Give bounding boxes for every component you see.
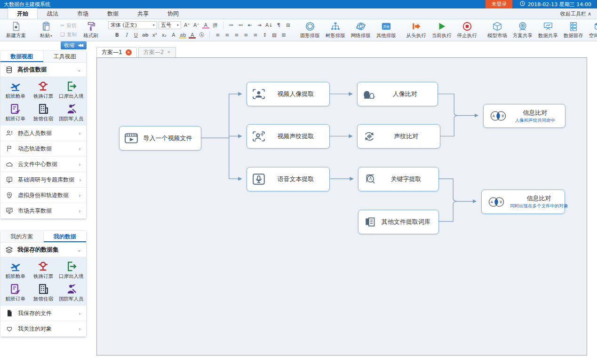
shading-button[interactable]: ▨ bbox=[270, 31, 279, 39]
flow-node-info-compare-top[interactable]: AB 信息比对 人像和声纹共同命中 bbox=[483, 104, 565, 128]
font-color-button[interactable]: A bbox=[188, 31, 197, 39]
clear-formatting-button[interactable]: A bbox=[201, 21, 210, 29]
paragraph-marks-button[interactable]: ¶ bbox=[274, 21, 283, 29]
circle-layout-button[interactable]: 圆形排版 bbox=[297, 21, 323, 39]
text-effects-button[interactable]: A bbox=[169, 31, 178, 39]
workspace-tab-plan-2[interactable]: 方案—2✕ bbox=[138, 47, 176, 57]
sidebar-item-basic-research-thematic-data[interactable]: 基础调研与专题库数据› bbox=[0, 172, 86, 188]
stop-button[interactable]: 停止执行 bbox=[454, 21, 480, 39]
superscript-button[interactable]: x² bbox=[150, 31, 159, 39]
increase-indent-button[interactable]: ⇥ bbox=[255, 21, 264, 29]
section-my-saved-datasets[interactable]: 我保存的数据集 ⌄ bbox=[0, 243, 86, 257]
font-family-select[interactable]: 宋体 (正文)▾ bbox=[108, 21, 157, 29]
flow-canvas[interactable]: 导入一个视频文件 视频人像提取 视频声纹提取 语音文本提取 人像比对 声纹比对 … bbox=[96, 57, 587, 356]
dataset-flight-manifest[interactable]: 航班舱单 bbox=[1, 80, 29, 100]
ribbon-tab-share[interactable]: 共享 bbox=[128, 8, 158, 19]
ribbon-tab-data[interactable]: 数据 bbox=[98, 8, 128, 19]
ribbon-tab-tactics[interactable]: 战法 bbox=[38, 8, 68, 19]
sidebar-item-my-followed-objects[interactable]: 我关注的对象› bbox=[0, 321, 86, 337]
line-spacing-button[interactable]: ↕ bbox=[260, 31, 269, 39]
sidebar-item-dynamic-track-data[interactable]: 动态轨迹数据› bbox=[0, 141, 86, 157]
tree-layout-button[interactable]: 树形排版 bbox=[323, 21, 348, 39]
other-layout-button[interactable]: 其他其他排版 bbox=[374, 21, 399, 39]
phonetic-guide-button[interactable]: 拼 bbox=[211, 21, 220, 29]
bold-button[interactable]: B bbox=[112, 31, 121, 39]
sidebar-item-cloud-file-center-data[interactable]: 云文件中心数据› bbox=[0, 157, 86, 172]
new-plan-button[interactable]: 新建方案 bbox=[3, 21, 29, 39]
underline-button[interactable]: U bbox=[131, 31, 140, 39]
data-retention-button[interactable]: 数据留存 bbox=[561, 21, 586, 39]
italic-button[interactable]: I bbox=[122, 31, 131, 39]
stop-icon bbox=[462, 21, 472, 32]
table-button[interactable]: ⊞ bbox=[284, 21, 293, 29]
shrink-font-button[interactable]: A⁻ bbox=[192, 21, 201, 29]
font-size-select[interactable]: 五号▾ bbox=[159, 21, 181, 29]
flow-node-compare-face[interactable]: 人像比对 bbox=[357, 82, 438, 106]
space-management-button[interactable]: 空间管理 bbox=[586, 21, 597, 39]
dataset-border-entry-exit[interactable]: 口岸出入境 bbox=[57, 261, 85, 280]
highlight-button[interactable]: ab bbox=[178, 31, 187, 39]
ribbon-tab-start[interactable]: 开始 bbox=[8, 8, 38, 19]
flight-order-icon bbox=[9, 103, 21, 115]
sidebar-item-static-person-data[interactable]: 静态人员数据› bbox=[0, 126, 86, 141]
dataset-military-personnel[interactable]: 国防军人员 bbox=[57, 283, 85, 302]
flow-node-extract-keyword[interactable]: A 关键字提取 bbox=[358, 167, 439, 191]
flow-node-compare-voiceprint[interactable]: 声纹比对 bbox=[357, 124, 440, 149]
dataset-hotel-stay[interactable]: 旅馆住宿 bbox=[29, 103, 57, 122]
cut-button[interactable]: ✂剪切 bbox=[60, 23, 77, 29]
collapse-sidebar-button[interactable]: 收缩 ◀◀ bbox=[61, 41, 87, 49]
paste-button[interactable]: 粘贴▾ bbox=[33, 21, 59, 39]
section-high-value-data[interactable]: 高价值数据 ⌄ bbox=[0, 63, 86, 77]
close-tab-icon[interactable]: ✕ bbox=[167, 49, 171, 55]
sidebar-tab-my-data[interactable]: 我的数据 bbox=[44, 231, 87, 242]
sidebar-tab-tool-view[interactable]: 工具视图 bbox=[44, 51, 87, 62]
flow-node-extract-speech-text[interactable]: 语音文本提取 bbox=[247, 167, 330, 191]
run-from-start-button[interactable]: 从头执行 bbox=[404, 21, 429, 39]
decrease-indent-button[interactable]: ⇤ bbox=[246, 21, 255, 29]
justify-button[interactable]: ≡ bbox=[241, 31, 250, 39]
close-tab-icon[interactable]: ✕ bbox=[126, 49, 132, 55]
sort-button[interactable]: A↓ bbox=[264, 21, 274, 29]
plan-share-button[interactable]: 方案共享 bbox=[510, 21, 535, 39]
sidebar-item-market-shared-data[interactable]: 市场共享数据› bbox=[0, 203, 86, 219]
grow-font-button[interactable]: A⁺ bbox=[183, 21, 191, 29]
flow-node-info-compare-bottom[interactable]: AB 信息比对 同时出现在多个文件中的对象 bbox=[481, 190, 565, 214]
flow-node-extract-face[interactable]: 视频人像提取 bbox=[247, 82, 330, 106]
dataset-flight-manifest[interactable]: 航班舱单 bbox=[1, 261, 29, 280]
bullet-list-button[interactable]: ≔ bbox=[227, 21, 236, 29]
distribute-button[interactable]: ≡ bbox=[251, 31, 260, 39]
flow-node-extract-voiceprint[interactable]: 视频声纹提取 bbox=[247, 124, 330, 149]
numbered-list-button[interactable]: ≕ bbox=[236, 21, 245, 29]
align-left-button[interactable]: ≡ bbox=[213, 31, 222, 39]
subscript-button[interactable]: x₂ bbox=[159, 31, 168, 39]
dataset-border-entry-exit[interactable]: 口岸出入境 bbox=[57, 80, 85, 100]
dataset-military-personnel[interactable]: 国防军人员 bbox=[57, 103, 85, 122]
strikethrough-button[interactable]: ab bbox=[141, 31, 150, 39]
run-current-button[interactable]: 当前执行 bbox=[429, 21, 454, 39]
dataset-hotel-stay[interactable]: 旅馆住宿 bbox=[29, 283, 57, 302]
borders-button[interactable]: ⊞ bbox=[279, 31, 288, 39]
character-shading-button[interactable]: Ⓐ bbox=[197, 31, 206, 39]
ribbon-tab-collaborate[interactable]: 协同 bbox=[158, 8, 188, 19]
dataset-flight-order[interactable]: 航班订单 bbox=[1, 103, 29, 122]
sidebar-item-virtual-identity-track-data[interactable]: 虚拟身份和轨迹数据› bbox=[0, 188, 86, 203]
sidebar-tab-data-view[interactable]: 数据视图 bbox=[0, 51, 44, 62]
sidebar-item-my-saved-files[interactable]: 我保存的文件› bbox=[0, 306, 86, 321]
flow-node-import-video[interactable]: 导入一个视频文件 bbox=[119, 126, 201, 150]
data-share-button[interactable]: 数据共享 bbox=[535, 21, 561, 39]
login-status-badge[interactable]: 未登录 bbox=[486, 0, 512, 8]
collapse-toolbar-button[interactable]: 收起工具栏 ∧ bbox=[560, 10, 591, 17]
align-right-button[interactable]: ≡ bbox=[232, 31, 241, 39]
dataset-rail-ticket[interactable]: 铁路订票 bbox=[29, 80, 57, 100]
dataset-flight-order[interactable]: 航班订单 bbox=[1, 283, 29, 302]
flow-node-other-files-lexicon[interactable]: 其他文件提取词库 bbox=[358, 210, 439, 234]
ribbon-tab-market[interactable]: 市场 bbox=[68, 8, 98, 19]
align-center-button[interactable]: ≡ bbox=[223, 31, 231, 39]
dataset-rail-ticket[interactable]: 铁路订票 bbox=[29, 261, 57, 280]
network-layout-button[interactable]: 网络排版 bbox=[348, 21, 374, 39]
format-painter-button[interactable]: 格式刷 bbox=[78, 21, 103, 39]
model-market-button[interactable]: 模型市场 bbox=[485, 21, 510, 39]
sidebar-tab-my-plans[interactable]: 我的方案 bbox=[0, 231, 44, 242]
copy-button[interactable]: ❏复制 bbox=[60, 32, 77, 38]
workspace-tab-plan-1[interactable]: 方案—1✕ bbox=[96, 47, 137, 57]
